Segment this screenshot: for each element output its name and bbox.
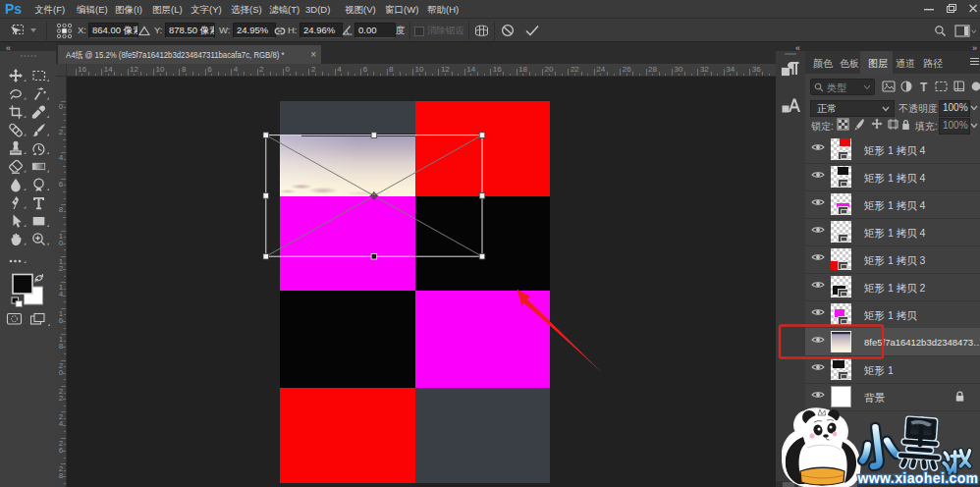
svg-text:www.xiaohei.com: www.xiaohei.com [857,470,979,486]
